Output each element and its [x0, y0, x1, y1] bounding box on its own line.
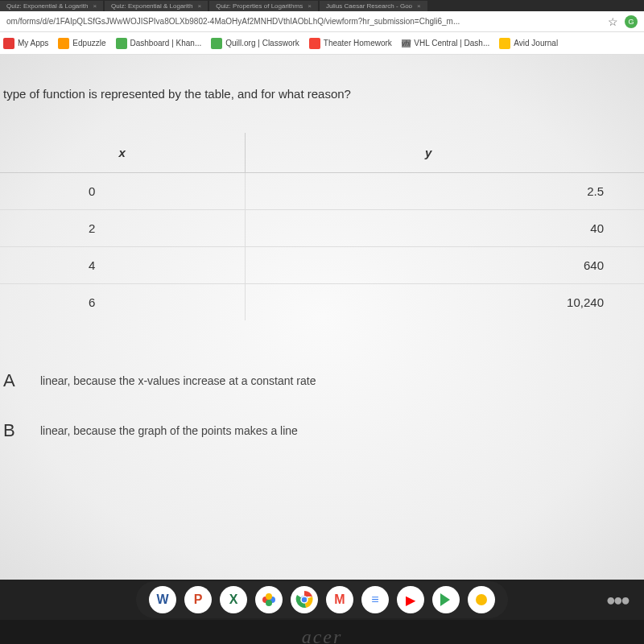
table-row: 4640	[0, 247, 644, 284]
system-tray-icon[interactable]: ●●●	[606, 591, 628, 609]
app-icon	[309, 38, 320, 49]
word-icon[interactable]: W	[149, 586, 176, 613]
bookmark-vhl[interactable]: vhlVHL Central | Dash...	[402, 39, 489, 47]
powerpoint-icon[interactable]: P	[184, 586, 212, 613]
docs-icon[interactable]: ≡	[361, 586, 389, 613]
app-icon[interactable]	[468, 586, 495, 613]
app-icon	[499, 38, 510, 49]
answer-option-b[interactable]: B linear, because the graph of the point…	[0, 411, 644, 460]
answer-letter: A	[0, 370, 40, 391]
bookmark-theater[interactable]: Theater Homework	[309, 38, 392, 49]
close-icon[interactable]: ×	[197, 2, 201, 10]
table-row: 02.5	[0, 173, 644, 210]
browser-tab[interactable]: Quiz: Exponential & Logarith×	[105, 1, 208, 11]
table-row: 610,240	[0, 284, 644, 321]
svg-point-2	[266, 593, 272, 600]
close-icon[interactable]: ×	[308, 2, 312, 10]
answer-text: linear, because the x-values increase at…	[40, 374, 316, 387]
youtube-icon[interactable]: ▶	[397, 586, 424, 613]
app-icon	[116, 38, 127, 49]
answer-option-a[interactable]: A linear, because the x-values increase …	[0, 361, 644, 411]
svg-point-6	[301, 597, 308, 603]
taskbar: W P X M ≡ ▶ ●●●	[0, 580, 644, 620]
browser-tab[interactable]: Quiz: Exponential & Logarith×	[0, 1, 103, 11]
page-content: type of function is represented by the t…	[0, 55, 644, 580]
profile-avatar-icon[interactable]: G	[625, 15, 638, 28]
bookmark-avid[interactable]: Avid Journal	[499, 38, 558, 49]
answer-letter: B	[0, 420, 40, 441]
browser-tab-strip: Quiz: Exponential & Logarith× Quiz: Expo…	[0, 0, 644, 11]
table-header-x: x	[0, 133, 245, 173]
vhl-icon: vhl	[402, 39, 411, 47]
data-table: x y 02.5 240 4640 610,240	[0, 133, 644, 320]
table-row: 240	[0, 210, 644, 247]
table-header-y: y	[245, 133, 644, 173]
url-input[interactable]: om/forms/d/e/1FAIpQLSfGsJWwWOJISPIva8OLX…	[6, 17, 601, 26]
browser-tab[interactable]: Quiz: Properties of Logarithms×	[209, 1, 318, 11]
answer-text: linear, because the graph of the points …	[40, 424, 298, 437]
app-icon	[3, 38, 14, 49]
taskbar-dock: W P X M ≡ ▶	[136, 581, 508, 618]
gmail-icon[interactable]: M	[326, 586, 353, 613]
question-text: type of function is represented by the t…	[0, 87, 644, 133]
svg-point-7	[476, 594, 487, 605]
excel-icon[interactable]: X	[220, 586, 247, 613]
bookmark-myapps[interactable]: My Apps	[3, 38, 48, 49]
bookmark-star-icon[interactable]: ☆	[608, 15, 618, 28]
play-store-icon[interactable]	[432, 586, 460, 613]
quill-icon	[211, 38, 222, 49]
answer-options: A linear, because the x-values increase …	[0, 345, 644, 477]
bookmark-quill[interactable]: Quill.org | Classwork	[211, 38, 299, 49]
bookmark-edpuzzle[interactable]: Edpuzzle	[58, 38, 105, 49]
bookmarks-bar: My Apps Edpuzzle Dashboard | Khan... Qui…	[0, 32, 644, 55]
photos-icon[interactable]	[255, 586, 283, 613]
app-icon	[58, 38, 69, 49]
address-bar: om/forms/d/e/1FAIpQLSfGsJWwWOJISPIva8OLX…	[0, 11, 644, 32]
laptop-logo: acer	[0, 620, 644, 644]
chrome-icon[interactable]	[291, 586, 318, 613]
svg-point-3	[266, 600, 272, 606]
bookmark-khan[interactable]: Dashboard | Khan...	[116, 38, 202, 49]
close-icon[interactable]: ×	[93, 2, 97, 10]
browser-tab[interactable]: Julius Caesar Research - Goo×	[320, 1, 427, 11]
close-icon[interactable]: ×	[417, 2, 421, 10]
